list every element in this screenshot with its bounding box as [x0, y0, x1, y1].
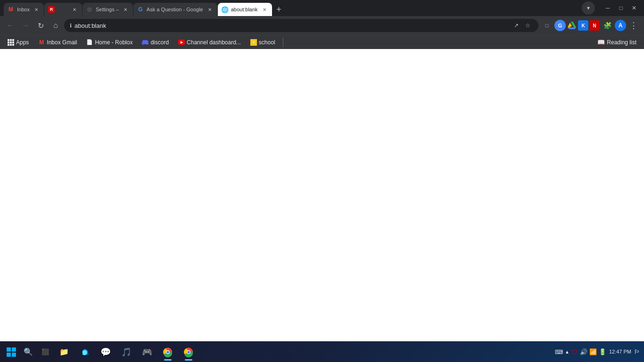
- youtube-favicon: [178, 39, 185, 46]
- tab-favicon-google: G: [137, 6, 144, 13]
- tab-close-settings[interactable]: ✕: [122, 6, 129, 13]
- bookmark-inbox-gmail-label: Inbox Gmail: [47, 39, 77, 46]
- tab-list-chevron[interactable]: ▾: [582, 1, 595, 15]
- taskbar-file-explorer[interactable]: 📁: [55, 343, 74, 362]
- svg-rect-11: [12, 44, 14, 46]
- home-button[interactable]: ⌂: [49, 19, 62, 32]
- toolbar-right: □ G K N 🧩 A ⋮: [540, 19, 640, 32]
- reading-list-label: Reading list: [607, 39, 636, 46]
- tab-strip: M Inbox ✕ R ✕ ⚙ Settings – ✕ G Ask a Que…: [4, 0, 581, 16]
- bookmark-apps-label: Apps: [16, 39, 29, 46]
- tab-title-google-ask: Ask a Question - Google: [147, 7, 203, 12]
- keychain-icon[interactable]: K: [578, 20, 588, 31]
- tab-inbox[interactable]: M Inbox ✕: [4, 3, 44, 16]
- tab-close-roblox[interactable]: ✕: [71, 6, 78, 13]
- chrome-menu-button[interactable]: ⋮: [627, 19, 640, 32]
- volume-icon[interactable]: 🔊: [580, 348, 587, 355]
- reading-list-button[interactable]: 📖 Reading list: [594, 37, 640, 47]
- tab-favicon-inbox: M: [8, 6, 14, 13]
- svg-rect-5: [12, 39, 14, 41]
- bookmark-inbox-gmail[interactable]: M Inbox Gmail: [34, 38, 81, 47]
- start-button[interactable]: [4, 345, 19, 360]
- bookmarks-separator: [283, 38, 283, 47]
- taskbar-search-button[interactable]: 🔍: [21, 345, 36, 360]
- taskbar-edge[interactable]: [75, 343, 94, 362]
- taskbar-taskview-button[interactable]: ⬛: [38, 345, 53, 360]
- address-bar[interactable]: ℹ about:blank ↗ ☆: [64, 19, 538, 32]
- google-account-icon[interactable]: G: [554, 20, 566, 31]
- svg-marker-2: [568, 27, 576, 29]
- address-icons: ↗ ☆: [511, 20, 533, 31]
- new-tab-button[interactable]: +: [272, 3, 286, 16]
- taskbar-chrome[interactable]: [158, 343, 177, 362]
- show-hidden-icon[interactable]: ▲: [565, 349, 570, 354]
- antivirus-icon[interactable]: 🛡: [571, 348, 578, 356]
- taskbar-steam[interactable]: 🎮: [138, 343, 157, 362]
- bookmarks-bar: Apps M Inbox Gmail 📄 Home - Roblox disco…: [0, 35, 644, 49]
- tab-favicon-settings: ⚙: [86, 6, 93, 13]
- svg-rect-4: [10, 39, 12, 41]
- bookmark-school-label: school: [259, 39, 275, 46]
- keyboard-icon[interactable]: ⌨: [555, 349, 563, 355]
- tab-roblox[interactable]: R ✕: [44, 3, 82, 16]
- tab-title-settings: Settings –: [96, 7, 119, 12]
- apps-grid-icon: [8, 39, 14, 46]
- discord-favicon: [142, 39, 149, 46]
- page-content: [0, 49, 644, 341]
- battery-icon[interactable]: 🔋: [599, 348, 606, 355]
- profile-avatar[interactable]: A: [615, 20, 626, 31]
- bookmark-discord-label: discord: [150, 39, 169, 46]
- tab-title-about-blank: about:blank: [231, 7, 258, 12]
- svg-rect-8: [12, 41, 14, 43]
- tab-google-ask[interactable]: G Ask a Question - Google ✕: [133, 3, 217, 16]
- bookmark-home-roblox[interactable]: 📄 Home - Roblox: [83, 38, 136, 47]
- windows-logo: [7, 347, 16, 357]
- extensions-puzzle-button[interactable]: 🧩: [601, 19, 614, 32]
- taskbar-itunes[interactable]: 🎵: [117, 343, 136, 362]
- network-icon[interactable]: 📶: [589, 348, 597, 355]
- taskbar: 🔍 ⬛ 📁 💬 🎵 🎮: [0, 341, 644, 362]
- svg-point-17: [187, 351, 190, 354]
- svg-rect-10: [10, 44, 12, 46]
- bookmark-channel-dashboard[interactable]: Channel dashboard...: [174, 38, 245, 47]
- extensions-toggle[interactable]: □: [540, 19, 553, 32]
- google-drive-icon[interactable]: [567, 20, 577, 31]
- tab-close-inbox[interactable]: ✕: [33, 6, 40, 13]
- tab-settings[interactable]: ⚙ Settings – ✕: [83, 3, 133, 16]
- share-button[interactable]: ↗: [511, 20, 521, 31]
- window-controls: ─ □ ✕: [602, 2, 640, 14]
- reading-list-icon: 📖: [597, 39, 605, 46]
- svg-rect-7: [10, 41, 12, 43]
- taskbar-pinned-apps: 📁 💬 🎵 🎮: [55, 343, 198, 362]
- svg-rect-3: [8, 39, 9, 41]
- tab-close-about-blank[interactable]: ✕: [261, 6, 268, 13]
- bookmark-discord[interactable]: discord: [138, 38, 173, 47]
- taskbar-discord[interactable]: 💬: [96, 343, 115, 362]
- svg-rect-6: [8, 41, 9, 43]
- close-button[interactable]: ✕: [628, 2, 640, 14]
- back-button[interactable]: ←: [4, 19, 17, 32]
- roblox-favicon: 📄: [86, 39, 93, 46]
- reload-button[interactable]: ↻: [34, 19, 47, 32]
- maximize-button[interactable]: □: [615, 2, 627, 14]
- tab-close-google-ask[interactable]: ✕: [206, 6, 214, 13]
- taskbar-clock[interactable]: 12:47 PM: [609, 348, 631, 355]
- svg-marker-1: [568, 23, 572, 27]
- tab-title-inbox: Inbox: [17, 7, 30, 12]
- bookmark-school[interactable]: S school: [247, 38, 279, 47]
- address-url: about:blank: [74, 22, 508, 29]
- red-extension-icon[interactable]: N: [589, 20, 600, 31]
- forward-button[interactable]: →: [19, 19, 32, 32]
- tab-about-blank[interactable]: 🌐 about:blank ✕: [218, 3, 272, 16]
- bookmark-apps[interactable]: Apps: [4, 38, 33, 47]
- address-info-icon: ℹ: [70, 23, 72, 29]
- svg-marker-0: [571, 22, 577, 27]
- bookmark-star-button[interactable]: ☆: [522, 20, 533, 31]
- taskbar-time-display: 12:47 PM: [609, 348, 631, 355]
- nav-bar: ← → ↻ ⌂ ℹ about:blank ↗ ☆ □ G K N 🧩: [0, 16, 644, 35]
- bookmark-channel-label: Channel dashboard...: [187, 39, 241, 46]
- taskbar-chrome-window[interactable]: [179, 343, 198, 362]
- minimize-button[interactable]: ─: [602, 2, 614, 14]
- svg-rect-9: [8, 44, 9, 46]
- notification-flag-icon[interactable]: 🏳: [634, 348, 640, 355]
